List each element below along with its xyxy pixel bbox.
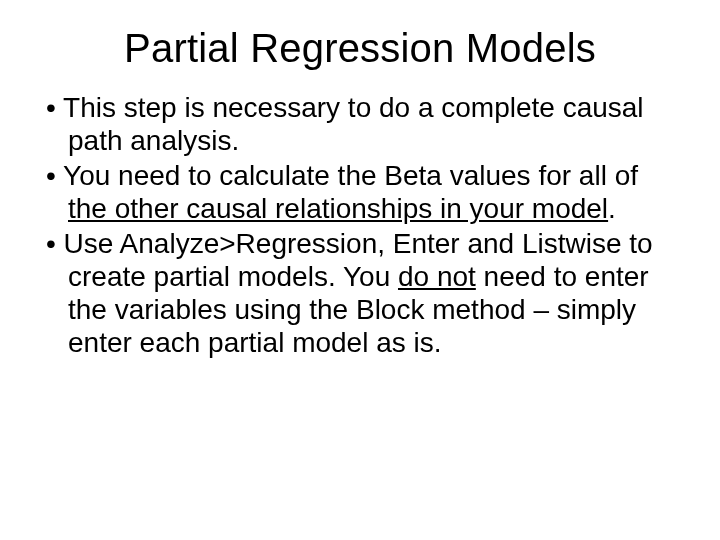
list-item: Use Analyze>Regression, Enter and Listwi…: [46, 227, 672, 359]
slide-title: Partial Regression Models: [40, 26, 680, 71]
bullet-list: This step is necessary to do a complete …: [40, 91, 680, 359]
bullet-underline: the other causal relationships in your m…: [68, 193, 608, 224]
bullet-text: You need to calculate the Beta values fo…: [63, 160, 638, 191]
list-item: This step is necessary to do a complete …: [46, 91, 672, 157]
bullet-underline: do not: [398, 261, 476, 292]
list-item: You need to calculate the Beta values fo…: [46, 159, 672, 225]
bullet-text: .: [608, 193, 616, 224]
bullet-text: This step is necessary to do a complete …: [63, 92, 644, 156]
slide: Partial Regression Models This step is n…: [0, 0, 720, 540]
